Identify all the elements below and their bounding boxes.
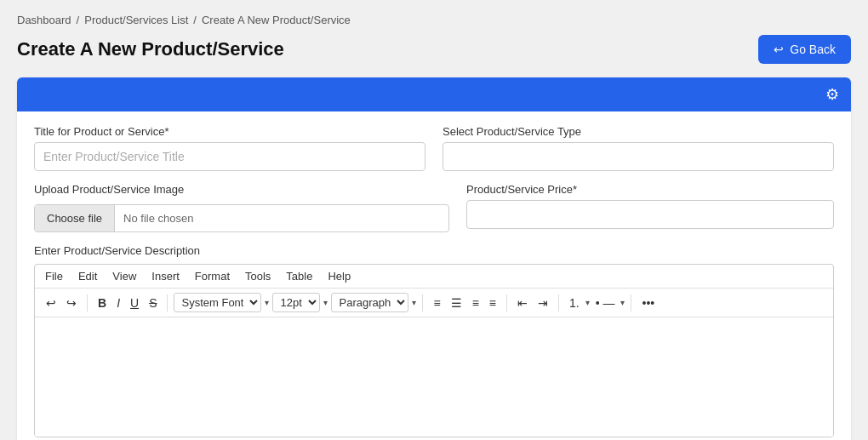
format-group: B I U S <box>94 294 161 311</box>
font-family-select[interactable]: System Font <box>174 293 261 312</box>
menu-view[interactable]: View <box>112 270 136 283</box>
description-section: Enter Product/Service Description File E… <box>34 244 834 437</box>
go-back-label: Go Back <box>790 43 836 56</box>
undo-redo-group: ↩ ↪ <box>42 294 81 311</box>
type-label: Select Product/Service Type <box>443 125 834 138</box>
strikethrough-button[interactable]: S <box>145 294 161 311</box>
description-label: Enter Product/Service Description <box>34 244 834 257</box>
paragraph-style-select[interactable]: Paragraph <box>331 293 408 312</box>
divider-1 <box>87 294 88 311</box>
card-header: ⚙ <box>17 77 851 111</box>
breadcrumb-dashboard[interactable]: Dashboard <box>17 14 71 26</box>
menu-tools[interactable]: Tools <box>245 270 271 283</box>
align-group: ≡ ☰ ≡ ≡ <box>429 294 500 311</box>
menu-edit[interactable]: Edit <box>78 270 97 283</box>
type-input[interactable]: PRODUCT <box>443 142 834 171</box>
form-card: ⚙ Title for Product or Service* Select P… <box>17 77 851 440</box>
italic-button[interactable]: I <box>112 294 124 311</box>
divider-5 <box>558 294 559 311</box>
ordered-list-button[interactable]: 1. <box>565 294 584 311</box>
divider-4 <box>506 294 507 311</box>
upload-label: Upload Product/Service Image <box>34 183 449 196</box>
divider-6 <box>631 294 631 311</box>
align-center-button[interactable]: ☰ <box>447 294 466 311</box>
more-options-button[interactable]: ••• <box>637 294 659 311</box>
list-group: 1. ▾ • — ▾ <box>565 294 625 311</box>
font-size-chevron: ▾ <box>323 298 328 307</box>
divider-2 <box>167 294 168 311</box>
bold-button[interactable]: B <box>94 294 111 311</box>
page-header: Create A New Product/Service ↩ Go Back <box>17 35 851 64</box>
page-title: Create A New Product/Service <box>17 38 284 60</box>
indent-group: ⇤ ⇥ <box>513 294 552 311</box>
type-group: Select Product/Service Type PRODUCT <box>443 125 834 171</box>
indent-in-button[interactable]: ⇥ <box>534 294 552 311</box>
choose-file-button[interactable]: Choose file <box>35 205 115 231</box>
form-row-1: Title for Product or Service* Select Pro… <box>34 125 834 171</box>
menu-format[interactable]: Format <box>195 270 230 283</box>
unordered-list-button[interactable]: • — <box>591 294 620 311</box>
file-input-row: Choose file No file chosen <box>34 204 449 232</box>
editor-content[interactable] <box>35 317 833 437</box>
undo-button[interactable]: ↩ <box>42 294 60 311</box>
paragraph-chevron: ▾ <box>412 298 416 307</box>
divider-3 <box>422 294 423 311</box>
title-label: Title for Product or Service* <box>34 125 425 138</box>
settings-icon[interactable]: ⚙ <box>825 85 839 104</box>
indent-out-button[interactable]: ⇤ <box>513 294 532 311</box>
title-input[interactable] <box>34 142 425 171</box>
editor-wrapper: File Edit View Insert Format Tools Table… <box>34 264 834 437</box>
align-left-button[interactable]: ≡ <box>429 294 444 311</box>
font-size-select[interactable]: 12pt <box>272 293 320 312</box>
form-row-2: Upload Product/Service Image Choose file… <box>34 183 834 232</box>
go-back-button[interactable]: ↩ Go Back <box>758 35 851 64</box>
card-body: Title for Product or Service* Select Pro… <box>17 111 851 440</box>
breadcrumb-products-list[interactable]: Product/Services List <box>84 14 188 26</box>
breadcrumb: Dashboard / Product/Services List / Crea… <box>17 14 851 26</box>
editor-menubar: File Edit View Insert Format Tools Table… <box>35 265 833 289</box>
menu-table[interactable]: Table <box>286 270 312 283</box>
menu-help[interactable]: Help <box>328 270 351 283</box>
editor-toolbar: ↩ ↪ B I U S <box>35 289 833 317</box>
align-right-button[interactable]: ≡ <box>468 294 483 311</box>
font-family-chevron: ▾ <box>265 298 269 307</box>
file-name-display: No file chosen <box>115 205 448 231</box>
price-label: Product/Service Price* <box>466 183 834 196</box>
price-group: Product/Service Price* <box>466 183 834 232</box>
go-back-icon: ↩ <box>774 43 784 56</box>
menu-file[interactable]: File <box>45 270 63 283</box>
upload-group: Upload Product/Service Image Choose file… <box>34 183 449 232</box>
align-justify-button[interactable]: ≡ <box>485 294 500 311</box>
menu-insert[interactable]: Insert <box>151 270 180 283</box>
breadcrumb-current: Create A New Product/Service <box>202 14 351 26</box>
title-group: Title for Product or Service* <box>34 125 425 171</box>
ordered-list-chevron: ▾ <box>585 298 590 307</box>
price-input[interactable] <box>466 200 834 229</box>
redo-button[interactable]: ↪ <box>62 294 81 311</box>
unordered-list-chevron: ▾ <box>620 298 625 307</box>
underline-button[interactable]: U <box>126 294 143 311</box>
